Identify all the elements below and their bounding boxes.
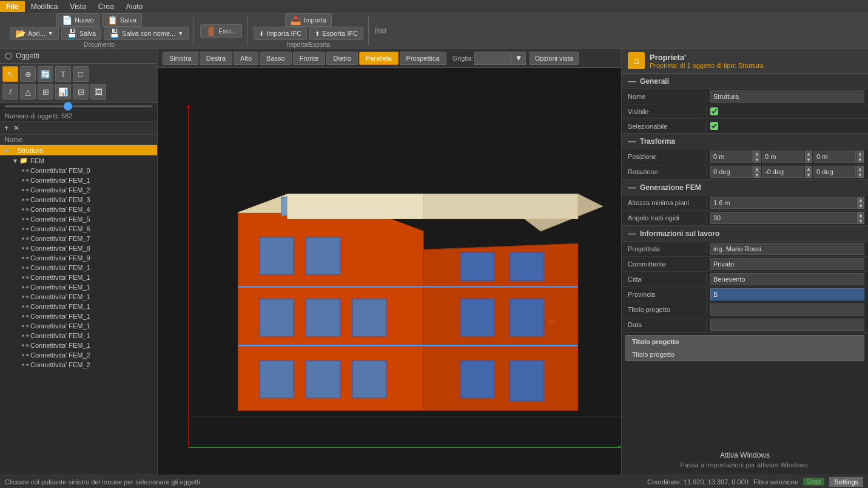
menu-vista[interactable]: Vista xyxy=(64,1,92,12)
list-item[interactable]: Connettivita' FEM_2 xyxy=(0,185,157,195)
progettista-input[interactable] xyxy=(710,243,864,255)
rotazione-z-up-button[interactable]: ▲ xyxy=(856,166,864,172)
move-tool-button[interactable]: ⊕ xyxy=(20,66,36,82)
view-prospettica-button[interactable]: Prospettica xyxy=(400,52,446,65)
list-item[interactable]: Connettivita' FEM_1 xyxy=(0,331,157,341)
menu-modifica[interactable]: Modifica xyxy=(25,1,64,12)
box-tool-button[interactable]: □ xyxy=(73,66,89,82)
list-item[interactable]: Connettivita' FEM_1 xyxy=(0,273,157,282)
table-tool-button[interactable]: ⊟ xyxy=(73,84,89,100)
grid-tool-button[interactable]: ⊞ xyxy=(38,84,53,100)
rotate-tool-button[interactable]: 🔄 xyxy=(38,66,53,82)
settings-button[interactable]: Settings xyxy=(829,477,863,487)
salva-con-nome-button[interactable]: 💾 Salva con nome... ▼ xyxy=(104,27,189,40)
view-sinistra-button[interactable]: Sinistra xyxy=(163,52,198,65)
triangle-tool-button[interactable]: △ xyxy=(20,84,36,100)
view-fronte-button[interactable]: Fronte xyxy=(293,52,326,65)
select-tool-button[interactable]: ↖ xyxy=(2,66,18,82)
list-item[interactable]: Connettivita' FEM_1 xyxy=(0,311,157,321)
collapse-trasforma-button[interactable]: — xyxy=(628,137,636,146)
opzioni-vista-button[interactable]: Opzioni vista xyxy=(530,52,579,65)
rotazione-x-up-button[interactable]: ▲ xyxy=(753,166,761,172)
angolo-up-button[interactable]: ▲ xyxy=(857,212,864,218)
line-tool-button[interactable]: / xyxy=(2,84,18,100)
slider-thumb[interactable] xyxy=(64,102,72,110)
rotazione-x-down-button[interactable]: ▼ xyxy=(753,172,761,178)
esci-button[interactable]: 🚪 Esci... xyxy=(200,24,242,38)
slider-track[interactable] xyxy=(5,105,152,107)
list-item[interactable]: Connettivita' FEM_1 xyxy=(0,282,157,292)
importa-button[interactable]: 📥 Importa xyxy=(285,13,331,27)
visibile-checkbox[interactable] xyxy=(710,107,718,115)
view-dietro-button[interactable]: Dietro xyxy=(326,52,357,65)
posizione-y-input[interactable] xyxy=(762,151,804,163)
posizione-z-down-button[interactable]: ▼ xyxy=(856,157,864,163)
nome-input[interactable] xyxy=(710,90,864,103)
tree[interactable]: ▶ ⌂ Struttura ▼ 📁 FEM Connettivita' FEM_… xyxy=(0,145,157,475)
selezionabile-checkbox[interactable] xyxy=(710,122,718,130)
list-item[interactable]: Connettivita' FEM_1 xyxy=(0,292,157,302)
list-item[interactable]: Connettivita' FEM_4 xyxy=(0,205,157,214)
rotazione-y-up-button[interactable]: ▲ xyxy=(805,166,812,172)
list-item[interactable]: Connettivita' FEM_9 xyxy=(0,253,157,263)
view-alto-button[interactable]: Alto xyxy=(234,52,258,65)
list-item[interactable]: Connettivita' FEM_5 xyxy=(0,214,157,224)
altezza-down-button[interactable]: ▼ xyxy=(857,203,864,209)
posizione-x-up-button[interactable]: ▲ xyxy=(753,151,761,157)
list-item[interactable]: Connettivita' FEM_1 xyxy=(0,302,157,311)
titolo-input[interactable] xyxy=(710,303,864,316)
list-item[interactable]: Connettivita' FEM_1 xyxy=(0,341,157,350)
list-item[interactable]: Connettivita' FEM_1 xyxy=(0,321,157,331)
angolo-input[interactable] xyxy=(710,212,856,224)
rotazione-y-down-button[interactable]: ▼ xyxy=(805,172,812,178)
view-parallela-button[interactable]: Parallela xyxy=(359,52,399,65)
list-item[interactable]: Connettivita' FEM_6 xyxy=(0,224,157,234)
menu-file[interactable]: File xyxy=(0,1,25,12)
add-item-button[interactable]: + xyxy=(2,123,10,133)
posizione-y-up-button[interactable]: ▲ xyxy=(805,151,812,157)
posizione-z-input[interactable] xyxy=(813,151,856,163)
template-button[interactable]: 📋 Salva xyxy=(102,13,143,27)
tree-item-fem[interactable]: ▼ 📁 FEM xyxy=(0,155,157,166)
collapse-generali-button[interactable]: — xyxy=(628,76,636,86)
altezza-input[interactable] xyxy=(710,197,856,209)
rotazione-z-input[interactable] xyxy=(813,166,856,178)
griglia-input[interactable] xyxy=(474,52,511,65)
salva-button[interactable]: 💾 Salva xyxy=(61,27,102,40)
view-basso-button[interactable]: Basso xyxy=(260,52,292,65)
list-item[interactable]: Connettivita' FEM_2 xyxy=(0,360,157,370)
tree-item-struttura[interactable]: ▶ ⌂ Struttura xyxy=(0,145,157,155)
citta-input[interactable] xyxy=(710,273,864,285)
rotazione-z-down-button[interactable]: ▼ xyxy=(856,172,864,178)
view-destra-button[interactable]: Destra xyxy=(200,52,232,65)
posizione-y-down-button[interactable]: ▼ xyxy=(805,157,812,163)
provincia-input[interactable] xyxy=(710,288,864,300)
griglia-dropdown-button[interactable]: ▼ xyxy=(511,52,525,65)
list-item[interactable]: Connettivita' FEM_1 xyxy=(0,263,157,273)
committente-input[interactable] xyxy=(710,258,864,270)
list-item[interactable]: Connettivita' FEM_0 xyxy=(0,166,157,175)
posizione-x-input[interactable] xyxy=(710,151,753,163)
collapse-info-button[interactable]: — xyxy=(628,229,636,239)
rotazione-y-input[interactable] xyxy=(762,166,804,178)
nuovo-button[interactable]: 📄 Nuovo xyxy=(56,13,99,27)
list-item[interactable]: Connettivita' FEM_1 xyxy=(0,175,157,185)
list-item[interactable]: Connettivita' FEM_3 xyxy=(0,195,157,205)
angolo-down-button[interactable]: ▼ xyxy=(857,218,864,224)
apri-button[interactable]: 📂 Apri... ▼ xyxy=(10,27,59,40)
list-item[interactable]: Connettivita' FEM_8 xyxy=(0,243,157,253)
esporta-ifc-button[interactable]: ⬆ Esporta IFC xyxy=(309,27,363,40)
titolo-dropdown-option[interactable]: Titolo progetto xyxy=(626,348,864,361)
menu-aiuto[interactable]: Aiuto xyxy=(120,1,149,12)
delete-item-button[interactable]: ✕ xyxy=(12,123,21,133)
list-item[interactable]: Connettivita' FEM_2 xyxy=(0,350,157,360)
text-tool-button[interactable]: T xyxy=(55,66,71,82)
importa-ifc-button[interactable]: ⬇ Importa IFC xyxy=(254,27,307,40)
viewport[interactable]: Sinistra Destra Alto Basso Fronte Dietro… xyxy=(158,49,621,475)
altezza-up-button[interactable]: ▲ xyxy=(857,197,864,203)
collapse-fem-button[interactable]: — xyxy=(628,183,636,192)
rotazione-x-input[interactable] xyxy=(710,166,753,178)
posizione-x-down-button[interactable]: ▼ xyxy=(753,157,761,163)
data-input[interactable] xyxy=(710,319,864,331)
chart-tool-button[interactable]: 📊 xyxy=(55,84,71,100)
